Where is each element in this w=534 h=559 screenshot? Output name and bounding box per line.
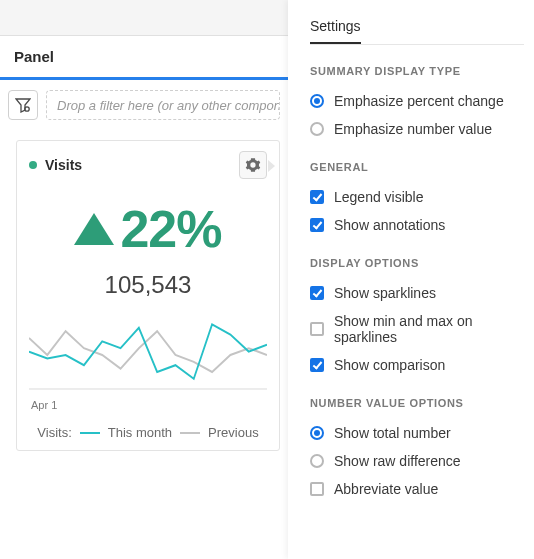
gear-icon xyxy=(245,157,261,173)
opt-emphasize-number[interactable]: Emphasize number value xyxy=(310,115,524,143)
viz-settings-button[interactable] xyxy=(239,151,267,179)
section-general: GENERAL xyxy=(310,161,524,173)
x-axis-label: Apr 1 xyxy=(29,395,267,421)
checkbox-icon xyxy=(310,190,324,204)
legend-line-current-icon xyxy=(80,432,100,434)
checkbox-icon xyxy=(310,218,324,232)
opt-legend-visible[interactable]: Legend visible xyxy=(310,183,524,211)
radio-icon xyxy=(310,454,324,468)
legend-dot-icon xyxy=(29,161,37,169)
section-number-value-options: NUMBER VALUE OPTIONS xyxy=(310,397,524,409)
checkbox-icon xyxy=(310,286,324,300)
radio-icon xyxy=(310,94,324,108)
checkbox-icon xyxy=(310,482,324,496)
filter-drop-zone[interactable]: Drop a filter here (or any other compone xyxy=(46,90,280,120)
summary-visualization: Visits 22% 105,543 Apr 1 Visits: This mo… xyxy=(16,140,280,451)
checkbox-icon xyxy=(310,358,324,372)
filter-button[interactable] xyxy=(8,90,38,120)
opt-show-sparklines[interactable]: Show sparklines xyxy=(310,279,524,307)
panel-header: Panel xyxy=(0,36,288,80)
percent-change-summary: 22% xyxy=(29,199,267,259)
percent-change-value: 22% xyxy=(120,199,221,259)
filter-drop-placeholder: Drop a filter here (or any other compone xyxy=(57,98,280,113)
viz-title: Visits xyxy=(45,157,82,173)
opt-show-minmax[interactable]: Show min and max on sparklines xyxy=(310,307,524,351)
opt-show-total[interactable]: Show total number xyxy=(310,419,524,447)
funnel-icon xyxy=(15,97,31,113)
radio-icon xyxy=(310,122,324,136)
opt-abbreviate[interactable]: Abbreviate value xyxy=(310,475,524,503)
panel-title: Panel xyxy=(14,48,274,65)
sparkline-chart xyxy=(29,321,267,395)
sparkline-legend: Visits: This month Previous xyxy=(29,421,267,444)
up-triangle-icon xyxy=(74,213,114,245)
opt-emphasize-percent[interactable]: Emphasize percent change xyxy=(310,87,524,115)
number-value: 105,543 xyxy=(29,271,267,299)
legend-prefix: Visits: xyxy=(37,425,71,440)
legend-current-label: This month xyxy=(108,425,172,440)
opt-show-comparison[interactable]: Show comparison xyxy=(310,351,524,379)
opt-show-annotations[interactable]: Show annotations xyxy=(310,211,524,239)
legend-previous-label: Previous xyxy=(208,425,259,440)
app-topbar xyxy=(0,0,288,36)
section-display-options: DISPLAY OPTIONS xyxy=(310,257,524,269)
settings-panel: Settings SUMMARY DISPLAY TYPE Emphasize … xyxy=(288,0,534,559)
section-summary-display-type: SUMMARY DISPLAY TYPE xyxy=(310,65,524,77)
checkbox-icon xyxy=(310,322,324,336)
tab-settings[interactable]: Settings xyxy=(310,14,361,44)
opt-show-raw-diff[interactable]: Show raw difference xyxy=(310,447,524,475)
legend-line-previous-icon xyxy=(180,432,200,434)
radio-icon xyxy=(310,426,324,440)
